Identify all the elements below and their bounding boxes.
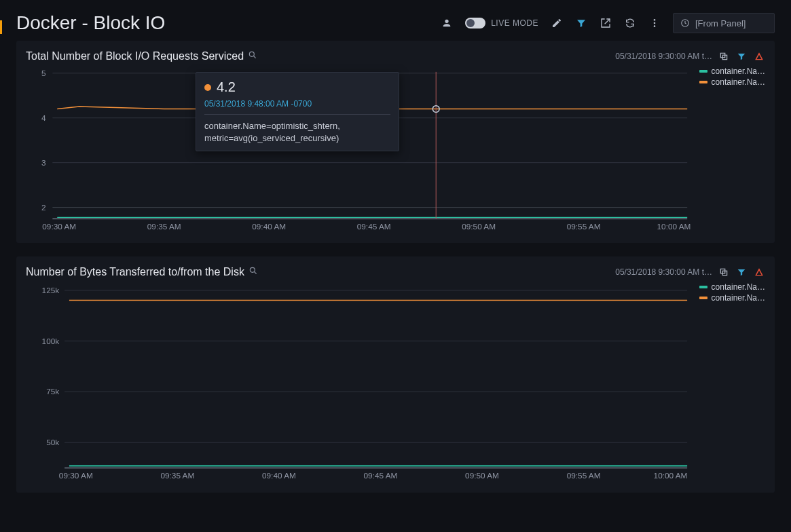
- panel-title-text: Total Number of Block I/O Requests Servi…: [26, 50, 244, 62]
- svg-point-2: [654, 25, 656, 27]
- svg-text:09:45 AM: 09:45 AM: [357, 222, 391, 231]
- svg-text:09:35 AM: 09:35 AM: [147, 222, 181, 231]
- share-icon[interactable]: [600, 17, 612, 29]
- tooltip-detail: container.Name=optimistic_shtern, metric…: [204, 120, 390, 144]
- svg-point-1: [654, 22, 656, 24]
- panel-title: Total Number of Block I/O Requests Servi…: [26, 50, 257, 62]
- live-mode-toggle[interactable]: LIVE MODE: [465, 18, 538, 28]
- page-title: Docker - Block IO: [16, 12, 441, 34]
- svg-text:09:35 AM: 09:35 AM: [160, 471, 194, 480]
- svg-text:5: 5: [41, 69, 46, 78]
- legend-item[interactable]: container.Na…: [699, 282, 765, 292]
- svg-text:09:30 AM: 09:30 AM: [42, 222, 76, 231]
- toggle-switch[interactable]: [465, 18, 485, 28]
- legend-swatch-teal: [699, 70, 707, 73]
- panel-filter-icon[interactable]: [735, 266, 748, 278]
- tooltip-series-dot: [204, 84, 211, 91]
- more-icon[interactable]: [648, 17, 661, 29]
- panel-block-io-requests: Total Number of Block I/O Requests Servi…: [16, 41, 775, 243]
- legend-swatch-orange: [699, 81, 707, 83]
- svg-text:10:00 AM: 10:00 AM: [654, 471, 688, 480]
- panel-title: Number of Bytes Transferred to/from the …: [26, 266, 258, 278]
- svg-text:09:45 AM: 09:45 AM: [364, 471, 398, 480]
- filter-icon[interactable]: [575, 17, 587, 29]
- legend-item[interactable]: container.Na…: [699, 77, 765, 87]
- tooltip-timestamp: 05/31/2018 9:48:00 AM -0700: [204, 99, 390, 109]
- svg-text:09:40 AM: 09:40 AM: [262, 471, 296, 480]
- magnify-icon[interactable]: [249, 266, 258, 278]
- legend-label: container.Na…: [712, 77, 765, 87]
- chart-legend: container.Na… container.Na…: [694, 282, 765, 486]
- warning-icon[interactable]: [753, 266, 765, 278]
- svg-text:3: 3: [41, 158, 46, 168]
- legend-swatch-teal: [699, 286, 707, 288]
- svg-text:09:40 AM: 09:40 AM: [252, 222, 286, 231]
- svg-point-25: [250, 267, 255, 272]
- copy-icon[interactable]: [718, 50, 730, 62]
- panel-header: Number of Bytes Transferred to/from the …: [26, 266, 765, 278]
- left-accent: [0, 20, 2, 34]
- legend-label: container.Na…: [712, 282, 765, 292]
- panel-header: Total Number of Block I/O Requests Servi…: [26, 50, 765, 62]
- chart-io-requests[interactable]: 5 4 3 2 09:30 AM 09:35 AM 09:40 AM 09:45…: [26, 66, 694, 236]
- svg-point-4: [249, 52, 254, 56]
- warning-icon[interactable]: [753, 50, 765, 62]
- legend-swatch-orange: [699, 297, 707, 299]
- edit-icon[interactable]: [551, 17, 563, 29]
- header-controls: LIVE MODE [From Panel]: [441, 13, 775, 33]
- svg-text:09:50 AM: 09:50 AM: [465, 471, 499, 480]
- dashboard-header: Docker - Block IO LIVE MODE [From Panel]: [0, 0, 791, 41]
- time-range-picker[interactable]: [From Panel]: [673, 13, 775, 33]
- refresh-icon[interactable]: [624, 17, 636, 29]
- svg-text:2: 2: [41, 203, 46, 212]
- svg-text:09:30 AM: 09:30 AM: [59, 471, 93, 480]
- chart-bytes[interactable]: 125k 100k 75k 50k 09:30 AM 09:35 AM 09:4…: [26, 282, 694, 486]
- svg-text:09:50 AM: 09:50 AM: [462, 222, 496, 231]
- panel-time-range: 05/31/2018 9:30:00 AM t…: [615, 267, 712, 277]
- clock-icon: [680, 18, 690, 28]
- legend-label: container.Na…: [712, 66, 765, 76]
- svg-point-0: [654, 19, 656, 21]
- legend-item[interactable]: container.Na…: [699, 66, 765, 76]
- svg-text:4: 4: [41, 113, 46, 123]
- svg-text:09:55 AM: 09:55 AM: [567, 471, 601, 480]
- magnify-icon[interactable]: [248, 50, 257, 62]
- live-mode-label: LIVE MODE: [491, 18, 538, 28]
- panel-filter-icon[interactable]: [735, 50, 748, 62]
- time-picker-value: [From Panel]: [695, 18, 746, 28]
- panel-meta: 05/31/2018 9:30:00 AM t…: [615, 50, 765, 62]
- copy-icon[interactable]: [718, 266, 730, 278]
- svg-text:100k: 100k: [42, 337, 60, 346]
- tooltip-value: 4.2: [217, 79, 236, 95]
- svg-text:09:55 AM: 09:55 AM: [567, 222, 601, 231]
- svg-text:125k: 125k: [42, 286, 60, 295]
- legend-item[interactable]: container.Na…: [699, 293, 765, 303]
- svg-text:75k: 75k: [46, 387, 59, 396]
- user-icon[interactable]: [441, 17, 453, 29]
- chart-legend: container.Na… container.Na…: [694, 66, 765, 236]
- panel-meta: 05/31/2018 9:30:00 AM t…: [615, 266, 765, 278]
- chart-tooltip: 4.2 05/31/2018 9:48:00 AM -0700 containe…: [196, 72, 399, 151]
- svg-text:50k: 50k: [46, 438, 59, 447]
- legend-label: container.Na…: [712, 293, 765, 303]
- panel-bytes-transferred: Number of Bytes Transferred to/from the …: [16, 256, 775, 493]
- panel-time-range: 05/31/2018 9:30:00 AM t…: [615, 52, 712, 61]
- svg-text:10:00 AM: 10:00 AM: [657, 222, 691, 231]
- panel-title-text: Number of Bytes Transferred to/from the …: [26, 266, 244, 278]
